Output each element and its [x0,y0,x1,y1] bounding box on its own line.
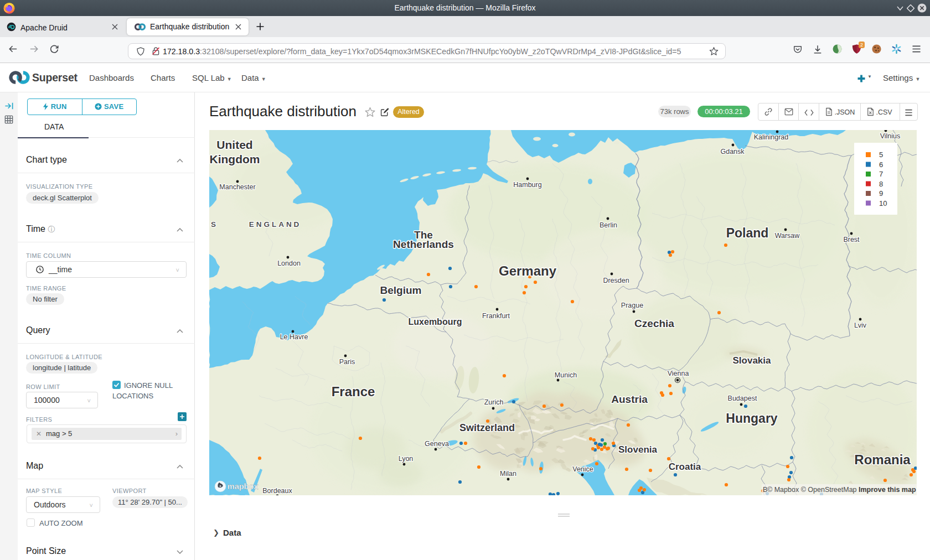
svg-text:United: United [216,138,252,151]
svg-text:Frankfurt: Frankfurt [482,312,510,320]
svg-text:© Mapbox © OpenStreetMap Impro: © Mapbox © OpenStreetMap Improve this ma… [767,486,916,494]
svg-text:London: London [277,260,301,267]
svg-text:7: 7 [879,170,883,178]
svg-text:Gdansk: Gdansk [720,148,745,155]
svg-text:Manchester: Manchester [219,183,255,191]
svg-text:9: 9 [879,189,883,198]
svg-text:Lyon: Lyon [399,455,414,463]
svg-text:Romania: Romania [854,452,911,467]
svg-text:Poland: Poland [726,226,769,240]
svg-text:Germany: Germany [499,263,557,278]
svg-text:Kaliningrad: Kaliningrad [754,133,789,141]
svg-text:Paris: Paris [339,358,355,366]
svg-text:Berlin: Berlin [600,221,617,229]
svg-text:Slovakia: Slovakia [733,355,772,366]
svg-text:Prague: Prague [621,302,643,309]
svg-text:ENGLAND: ENGLAND [249,220,302,229]
svg-text:Switzerland: Switzerland [459,422,515,433]
svg-text:Vienna: Vienna [668,370,689,377]
svg-text:Kingdom: Kingdom [210,153,260,165]
svg-text:5: 5 [879,151,883,159]
svg-text:Milan: Milan [500,470,516,478]
svg-text:Austria: Austria [611,393,648,405]
svg-text:Hamburg: Hamburg [513,181,541,189]
svg-text:6: 6 [879,160,883,169]
svg-text:ES: ES [209,220,218,229]
svg-text:Czechia: Czechia [634,318,674,329]
svg-text:Croatia: Croatia [669,462,701,472]
svg-text:B: B [763,486,767,494]
svg-text:mapbox: mapbox [228,482,259,491]
svg-text:Bordeaux: Bordeaux [262,487,292,495]
svg-text:Netherlands: Netherlands [393,238,454,250]
svg-text:Lviv: Lviv [854,322,867,329]
svg-text:8: 8 [879,180,883,188]
svg-text:10: 10 [879,199,887,208]
svg-text:Vilnius: Vilnius [880,132,901,140]
svg-text:Le Havre: Le Havre [280,333,308,341]
svg-text:Luxembourg: Luxembourg [409,317,462,326]
svg-text:Zurich: Zurich [484,398,504,406]
svg-text:Munich: Munich [555,371,577,379]
svg-text:Dresden: Dresden [603,277,629,284]
svg-text:Budapest: Budapest [728,395,757,402]
svg-text:Venice: Venice [572,465,593,473]
svg-text:Hungary: Hungary [726,411,778,426]
svg-text:Geneva: Geneva [425,440,449,448]
svg-text:Warsaw: Warsaw [775,232,800,240]
svg-text:Brest: Brest [843,236,860,243]
svg-text:Slovenia: Slovenia [618,444,657,455]
svg-text:France: France [332,384,375,399]
svg-text:Belgium: Belgium [380,284,422,296]
